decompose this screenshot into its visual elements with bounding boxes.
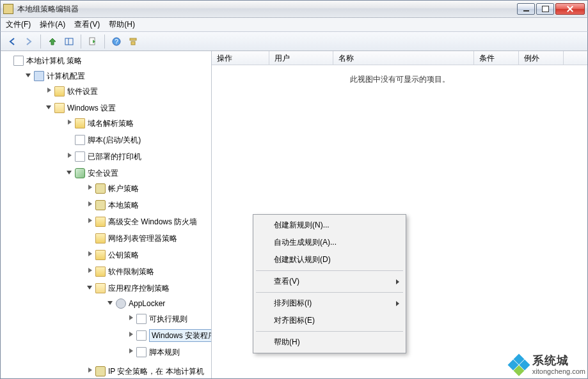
tree-panel[interactable]: 本地计算机 策略计算机配置软件设置Windows 设置域名解析策略脚本(启动/关… <box>1 51 212 378</box>
doc-icon <box>136 347 147 357</box>
tree-expander-icon[interactable] <box>45 104 52 111</box>
menu-bar: 文件(F) 操作(A) 查看(V) 帮助(H) <box>0 18 588 32</box>
tree-item[interactable]: 应用程序控制策略 <box>95 282 170 294</box>
window-close-button[interactable] <box>555 3 585 15</box>
tree-item-label: AppLocker <box>129 298 165 309</box>
menu-help[interactable]: 帮助(H) <box>109 19 135 30</box>
toolbar-help-button[interactable]: ? <box>109 34 124 49</box>
lock-icon <box>95 366 106 376</box>
app-icon <box>3 4 13 14</box>
lock-icon <box>95 200 106 210</box>
tree-item[interactable]: IP 安全策略，在 本地计算机 <box>95 366 204 377</box>
tree-item[interactable]: 软件设置 <box>54 86 98 97</box>
toolbar-pane-button[interactable] <box>61 34 77 49</box>
column-header[interactable]: 操作 <box>212 51 269 65</box>
tree-item[interactable]: 本地策略 <box>95 199 139 211</box>
tree-expander-icon[interactable] <box>107 299 114 306</box>
folder-open-icon <box>54 103 65 113</box>
help-icon: ? <box>111 36 122 47</box>
tree-expander-icon[interactable] <box>86 267 93 274</box>
pane-icon <box>64 36 74 47</box>
tree-expander-icon[interactable] <box>66 119 73 126</box>
back-icon <box>7 36 17 47</box>
tree-item-label: IP 安全策略，在 本地计算机 <box>108 366 204 377</box>
context-menu-item[interactable]: 排列图标(I) <box>255 295 404 312</box>
tree-item-label: 公钥策略 <box>108 249 139 261</box>
menu-file[interactable]: 文件(F) <box>6 19 31 30</box>
tree-item[interactable]: Windows 设置 <box>54 102 116 114</box>
tree-expander-icon[interactable] <box>127 348 134 355</box>
list-header[interactable]: 操作用户名称条件例外 <box>212 51 587 65</box>
tree-expander-icon[interactable] <box>86 201 93 208</box>
folder-icon <box>75 118 85 128</box>
context-menu-item[interactable]: 帮助(H) <box>255 334 404 351</box>
tree-expander-icon[interactable] <box>86 217 93 224</box>
folder-icon <box>95 233 106 244</box>
tree-item[interactable]: 安全设置 <box>75 167 118 179</box>
column-header[interactable]: 名称 <box>333 51 474 65</box>
toolbar-up-button[interactable] <box>45 34 60 49</box>
tree-expander-icon[interactable] <box>66 152 73 159</box>
context-menu-item[interactable]: 创建默认规则(D) <box>255 251 404 268</box>
doc-icon <box>75 135 85 145</box>
tree-item[interactable]: 计算机配置 <box>34 70 85 82</box>
folder-icon <box>95 250 106 260</box>
context-menu-separator <box>256 331 403 332</box>
tree-item[interactable]: 软件限制策略 <box>95 266 154 277</box>
tree-item[interactable]: 本地计算机 策略 <box>13 55 82 66</box>
pc-icon <box>34 71 44 81</box>
tree-expander-icon[interactable] <box>86 184 93 191</box>
policy-tree[interactable]: 本地计算机 策略计算机配置软件设置Windows 设置域名解析策略脚本(启动/关… <box>3 54 211 378</box>
tree-expander-icon[interactable] <box>66 169 73 176</box>
toolbar-export-button[interactable] <box>85 34 100 49</box>
tree-item[interactable]: 域名解析策略 <box>75 118 134 129</box>
context-menu-item[interactable]: 自动生成规则(A)... <box>255 234 404 251</box>
menu-view[interactable]: 查看(V) <box>74 19 100 30</box>
tree-item[interactable]: 脚本规则 <box>136 346 180 358</box>
tree-item[interactable]: 脚本(启动/关机) <box>75 134 141 146</box>
window-maximize-button[interactable] <box>536 3 554 15</box>
menu-action[interactable]: 操作(A) <box>40 19 65 30</box>
up-icon <box>47 36 58 47</box>
tree-item[interactable]: 已部署的打印机 <box>75 151 141 162</box>
column-header[interactable]: 例外 <box>519 51 564 65</box>
tree-item[interactable]: 公钥策略 <box>95 249 139 261</box>
window-titlebar: 本地组策略编辑器 <box>0 0 588 18</box>
tree-expander-icon[interactable] <box>127 331 134 338</box>
doc-icon <box>136 330 147 341</box>
tree-item-label: 帐户策略 <box>108 183 139 194</box>
toolbar-filter-button[interactable] <box>125 34 141 49</box>
tree-expander-icon[interactable] <box>45 87 52 94</box>
tree-expander-icon[interactable] <box>25 72 32 79</box>
toolbar: ? <box>0 32 588 51</box>
tree-item[interactable]: 高级安全 Windows 防火墙 <box>95 216 197 228</box>
window-minimize-button[interactable] <box>517 3 535 15</box>
tree-item-label: 软件限制策略 <box>108 266 154 277</box>
window-title: 本地组策略编辑器 <box>17 4 517 15</box>
context-menu[interactable]: 创建新规则(N)...自动生成规则(A)...创建默认规则(D)查看(V)排列图… <box>253 214 406 353</box>
tree-expander-icon[interactable] <box>86 251 93 258</box>
tree-item[interactable]: AppLocker <box>116 298 165 309</box>
toolbar-forward-button[interactable] <box>21 34 36 49</box>
svg-rect-0 <box>65 38 73 45</box>
column-header[interactable]: 条件 <box>474 51 519 65</box>
tree-expander-icon[interactable] <box>127 314 134 321</box>
tree-expander-icon[interactable] <box>86 367 93 374</box>
folder-open-icon <box>95 283 106 293</box>
doc-icon <box>136 314 147 324</box>
tree-item[interactable]: 网络列表管理器策略 <box>95 233 177 244</box>
column-header[interactable]: 用户 <box>269 51 333 65</box>
folder-icon <box>95 217 106 227</box>
tree-item[interactable]: 帐户策略 <box>95 183 139 194</box>
tree-item[interactable]: 可执行规则 <box>136 313 187 325</box>
context-menu-item[interactable]: 对齐图标(E) <box>255 312 404 329</box>
toolbar-separator <box>104 35 105 49</box>
tree-item[interactable]: Windows 安装程序规则 <box>136 330 212 341</box>
doc-icon <box>75 151 85 162</box>
context-menu-item[interactable]: 查看(V) <box>255 273 404 290</box>
svg-text:?: ? <box>115 38 118 45</box>
toolbar-back-button[interactable] <box>4 34 20 49</box>
tree-expander-icon[interactable] <box>86 284 93 291</box>
tree-item-label: 已部署的打印机 <box>88 151 141 162</box>
context-menu-item[interactable]: 创建新规则(N)... <box>255 217 404 234</box>
